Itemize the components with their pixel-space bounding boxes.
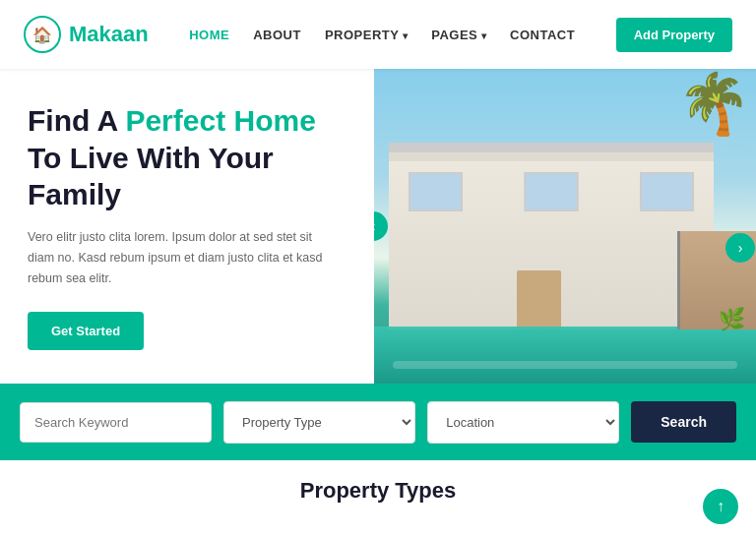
nav-item-home[interactable]: HOME: [189, 26, 229, 43]
nav-item-property[interactable]: PROPERTY: [325, 26, 408, 43]
pool: [374, 327, 756, 384]
hero-heading-line1: Find A: [28, 104, 125, 137]
hero-heading-highlight: Perfect Home: [125, 104, 315, 137]
search-keyword-input[interactable]: [20, 402, 212, 443]
hero-section: Find A Perfect Home To Live With Your Fa…: [0, 69, 756, 384]
brand-name: Makaan: [69, 22, 149, 47]
nav-links: HOME ABOUT PROPERTY PAGES CONTACT: [189, 26, 575, 43]
porch-top: [389, 143, 714, 152]
location-select[interactable]: Location New York Los Angeles Chicago Ho…: [427, 401, 619, 444]
hero-heading: Find A Perfect Home To Live With Your Fa…: [28, 102, 346, 213]
search-bar: Property Type House Apartment Villa Offi…: [0, 384, 756, 460]
hero-heading-line3: Family: [28, 178, 121, 210]
window-left: [409, 172, 463, 211]
house-body: [389, 148, 714, 329]
carousel-next-button[interactable]: ›: [725, 233, 755, 263]
palm-icon: 🌴: [677, 69, 751, 139]
nav-item-contact[interactable]: CONTACT: [510, 26, 575, 43]
location-wrapper: Location New York Los Angeles Chicago Ho…: [427, 401, 619, 444]
brand: 🏠 Makaan: [24, 16, 149, 53]
hero-heading-line2: To Live With Your: [28, 142, 274, 174]
nav-link-pages[interactable]: PAGES: [431, 28, 486, 42]
property-types-section: Property Types: [0, 460, 756, 504]
navbar: 🏠 Makaan HOME ABOUT PROPERTY PAGES CONTA…: [0, 0, 756, 69]
window-right: [640, 172, 694, 211]
property-type-select[interactable]: Property Type House Apartment Villa Offi…: [223, 401, 415, 444]
window-center: [525, 172, 579, 211]
search-button[interactable]: Search: [631, 401, 736, 443]
nav-item-about[interactable]: ABOUT: [253, 26, 301, 43]
nav-link-contact[interactable]: CONTACT: [510, 28, 575, 42]
scroll-to-top-button[interactable]: ↑: [703, 489, 738, 524]
get-started-button[interactable]: Get Started: [28, 312, 144, 350]
house-door: [517, 270, 561, 329]
nav-item-pages[interactable]: PAGES: [431, 26, 486, 43]
nav-link-home[interactable]: HOME: [189, 28, 229, 42]
add-property-button[interactable]: Add Property: [616, 18, 732, 52]
hero-description: Vero elitr justo clita lorem. Ipsum dolo…: [28, 227, 323, 290]
hero-background: 🌴 🌿: [374, 69, 756, 384]
hero-image-area: 🌴 🌿: [374, 69, 756, 384]
hero-content: Find A Perfect Home To Live With Your Fa…: [0, 69, 374, 384]
keyword-input-wrapper: [20, 402, 212, 443]
nav-link-about[interactable]: ABOUT: [253, 28, 301, 42]
property-type-wrapper: Property Type House Apartment Villa Offi…: [223, 401, 415, 444]
brand-icon: 🏠: [24, 16, 61, 53]
bush: 🌿: [719, 307, 745, 332]
pool-shimmer: [393, 361, 736, 369]
scroll-top-icon: ↑: [717, 498, 724, 515]
property-types-title: Property Types: [300, 478, 457, 504]
nav-link-property[interactable]: PROPERTY: [325, 28, 408, 42]
